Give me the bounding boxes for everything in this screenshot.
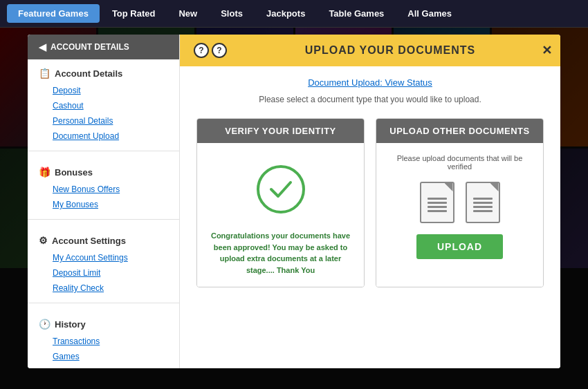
account-details-title: 📋 Account Details xyxy=(39,68,168,79)
upload-other-card: UPLOAD OTHER DOCUMENTS Please upload doc… xyxy=(376,118,544,287)
modal-title: UPLOAD YOUR DOCUMENTS xyxy=(234,44,546,57)
doc-lines-1 xyxy=(428,198,447,212)
sidebar-section-account-details: 📋 Account Details Deposit Cashout Person… xyxy=(28,59,179,144)
upload-button[interactable]: UPLOAD xyxy=(416,234,503,259)
doc-line xyxy=(428,210,447,212)
history-icon: 🕐 xyxy=(39,319,50,330)
sidebar-link-games[interactable]: Games xyxy=(39,349,168,364)
modal-main-content: ? ? UPLOAD YOUR DOCUMENTS ✕ Document Upl… xyxy=(180,35,560,368)
doc-line xyxy=(428,206,447,208)
bonuses-title: 🎁 Bonuses xyxy=(39,167,168,178)
sidebar-divider-3 xyxy=(28,303,179,303)
sidebar-link-cashout[interactable]: Cashout xyxy=(39,98,168,113)
upload-other-body: Please upload documents that will be ver… xyxy=(376,143,543,287)
account-details-icon: 📋 xyxy=(39,68,50,79)
doc-line xyxy=(428,198,447,200)
sidebar-divider-1 xyxy=(28,151,179,151)
sidebar-link-personal-details[interactable]: Personal Details xyxy=(39,113,168,129)
doc-line xyxy=(428,202,447,204)
sidebar-link-reality-check[interactable]: Reality Check xyxy=(39,281,168,296)
sidebar-link-deposit[interactable]: Deposit xyxy=(39,83,168,98)
sidebar-section-bonuses: 🎁 Bonuses New Bonus Offers My Bonuses xyxy=(28,158,179,212)
verify-check-circle xyxy=(257,165,305,214)
help-icon-1[interactable]: ? xyxy=(194,43,209,58)
sidebar-back-button[interactable]: ◀ ACCOUNT DETAILS xyxy=(28,35,179,59)
account-sidebar: ◀ ACCOUNT DETAILS 📋 Account Details Depo… xyxy=(28,35,180,368)
modal-close-button[interactable]: ✕ xyxy=(542,44,552,57)
document-icon-2 xyxy=(466,182,500,223)
bonuses-icon: 🎁 xyxy=(39,167,50,178)
account-settings-title: ⚙ Account Settings xyxy=(39,235,168,246)
upload-description: Please upload documents that will be ver… xyxy=(387,154,532,171)
sidebar-link-deposit-limit[interactable]: Deposit Limit xyxy=(39,265,168,281)
sidebar-link-document-upload[interactable]: Document Upload xyxy=(39,129,168,144)
sidebar-link-new-bonus-offers[interactable]: New Bonus Offers xyxy=(39,182,168,197)
modal-header: ? ? UPLOAD YOUR DOCUMENTS ✕ xyxy=(180,35,560,66)
sidebar-link-my-account-settings[interactable]: My Account Settings xyxy=(39,250,168,265)
verify-congrats-text: Congratulations your documents have been… xyxy=(208,230,353,276)
doc-line xyxy=(473,198,493,200)
modal-header-icons: ? ? xyxy=(194,43,227,58)
nav-tab-slots[interactable]: Slots xyxy=(210,4,254,23)
history-title: 🕐 History xyxy=(39,319,168,330)
sidebar-divider-2 xyxy=(28,219,179,220)
document-status-link[interactable]: Document Upload: View Status xyxy=(196,77,544,88)
nav-tab-top-rated[interactable]: Top Rated xyxy=(101,4,167,23)
nav-tab-new[interactable]: New xyxy=(167,4,208,23)
doc-line xyxy=(473,202,493,204)
document-icon-1 xyxy=(420,182,454,223)
sidebar-section-history: 🕐 History Transactions Games xyxy=(28,310,179,364)
help-icon-2[interactable]: ? xyxy=(212,43,227,58)
sidebar-link-transactions[interactable]: Transactions xyxy=(39,334,168,349)
modal-body: Document Upload: View Status Please sele… xyxy=(180,66,560,368)
doc-line xyxy=(473,206,493,208)
verify-identity-card: VERIFY YOUR IDENTITY Congratulations you… xyxy=(196,118,365,287)
upload-doc-icons xyxy=(420,182,500,223)
doc-lines-2 xyxy=(473,198,493,212)
sidebar-link-my-bonuses[interactable]: My Bonuses xyxy=(39,197,168,212)
upload-documents-modal: ◀ ACCOUNT DETAILS 📋 Account Details Depo… xyxy=(28,35,560,368)
sidebar-section-account-settings: ⚙ Account Settings My Account Settings D… xyxy=(28,227,179,296)
verify-identity-body: Congratulations your documents have been… xyxy=(197,143,364,287)
document-cards: VERIFY YOUR IDENTITY Congratulations you… xyxy=(196,118,544,287)
nav-tab-jackpots[interactable]: Jackpots xyxy=(255,4,316,23)
nav-tab-featured-games[interactable]: Featured Games xyxy=(7,4,100,23)
upload-other-header: UPLOAD OTHER DOCUMENTS xyxy=(376,119,543,143)
back-arrow-icon: ◀ xyxy=(39,41,46,53)
nav-tab-all-games[interactable]: All Games xyxy=(396,4,463,23)
nav-tab-table-games[interactable]: Table Games xyxy=(318,4,395,23)
checkmark-icon xyxy=(267,175,295,203)
top-navigation: Featured Games Top Rated New Slots Jackp… xyxy=(0,0,588,28)
account-settings-icon: ⚙ xyxy=(39,235,48,246)
sidebar-back-label: ACCOUNT DETAILS xyxy=(50,42,129,52)
document-instruction: Please select a document type that you w… xyxy=(196,95,544,104)
verify-identity-header: VERIFY YOUR IDENTITY xyxy=(197,119,364,143)
doc-line xyxy=(473,210,493,212)
